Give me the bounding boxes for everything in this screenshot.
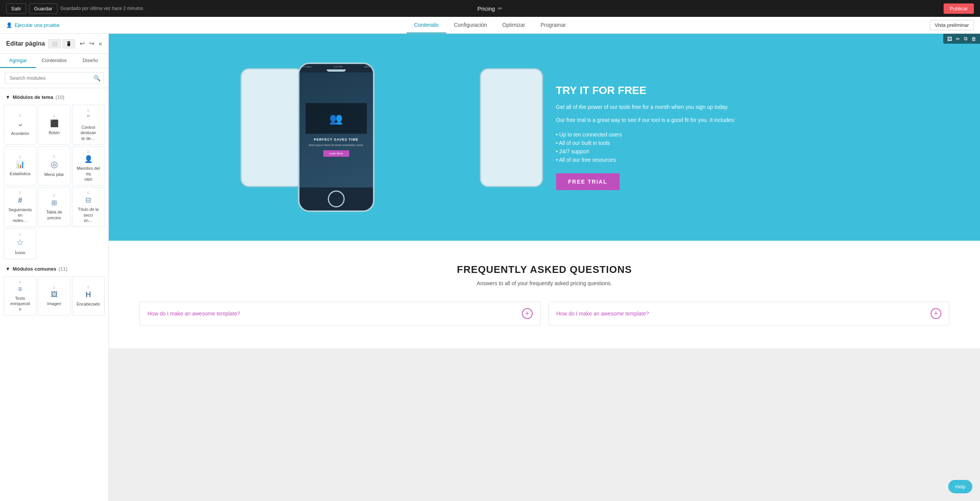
mobile-view-btn[interactable]: 📱: [62, 39, 75, 48]
module-encabezado[interactable]: ⠿ H Encabezado: [72, 276, 105, 315]
faq-title: FREQUENTLY ASKED QUESTIONS: [139, 264, 949, 276]
module-label: Estadística: [10, 171, 31, 176]
modules-area: ▼ Módulos de tema (10) ⠿ ⌄ Acordeón ⠿ ⬛ …: [0, 88, 108, 501]
page-title: Pricing: [478, 5, 495, 12]
module-label: Menú pilar: [44, 172, 64, 177]
view-toggle: ⬜ 📱: [48, 39, 75, 48]
top-bar-right: Publicar: [944, 3, 974, 14]
faq-item-2[interactable]: How do I make an awesome template? +: [548, 302, 950, 325]
faq-question-1: How do I make an awesome template?: [147, 310, 240, 317]
phone-title: PERFECT SAVES TIME: [314, 138, 358, 141]
help-button[interactable]: Help: [948, 480, 972, 493]
module-menu-pilar[interactable]: ⠿ ◎ Menú pilar: [38, 146, 70, 186]
search-button[interactable]: 🔍: [93, 75, 101, 82]
theme-modules-grid: ⠿ ⌄ Acordeón ⠿ ⬛ Botón ⠿ " Control desli…: [0, 103, 108, 263]
edit-title-icon[interactable]: ✏: [498, 5, 502, 11]
module-estadistica[interactable]: ⠿ 📊 Estadística: [4, 146, 36, 186]
module-miembro-equipo[interactable]: ⠿ 👤 Miembro del equipo: [72, 146, 105, 186]
theme-modules-count: (10): [56, 94, 64, 100]
module-label: Control deslizante de…: [74, 125, 103, 141]
phone-screen: 👥 PERFECT SAVES TIME lorem Ipsum Dolor S…: [299, 72, 373, 187]
module-label: Acordeón: [11, 131, 29, 136]
top-bar: Salir Guardar Guardado por última vez ha…: [0, 0, 980, 17]
module-label: Imagen: [47, 301, 61, 306]
tab-programar[interactable]: Programar: [533, 17, 573, 33]
exit-button[interactable]: Salir: [6, 3, 26, 14]
phone-back-left: [241, 68, 304, 187]
top-bar-left: Salir Guardar Guardado por última vez ha…: [6, 3, 143, 14]
list-item: All of our free resources: [556, 156, 950, 164]
common-modules-grid: ⠿ ≡ Texto enriquecido ⠿ 🖼 Imagen ⠿ H Enc…: [0, 275, 108, 319]
redo-button[interactable]: ↪: [88, 38, 96, 49]
sidebar-header: Editar página ⬜ 📱 ↩ ↪ «: [0, 34, 108, 54]
module-texto-enriquecido[interactable]: ⠿ ≡ Texto enriquecido: [4, 276, 36, 315]
phone-back-right: [480, 68, 543, 187]
module-acordeon[interactable]: ⠿ ⌄ Acordeón: [4, 105, 36, 145]
tab-contenido[interactable]: Contenido: [406, 17, 446, 33]
tab-agregar[interactable]: Agregar: [0, 54, 36, 68]
tab-contenidos[interactable]: Contenidos: [36, 54, 72, 68]
phone-cta-button[interactable]: Learn More: [323, 150, 349, 157]
faq-expand-1[interactable]: +: [522, 308, 533, 319]
undo-redo-controls: ↩ ↪: [78, 38, 96, 49]
module-label: Texto enriquecido: [6, 296, 34, 312]
search-input[interactable]: [5, 72, 104, 84]
nav-bar: 👤 Ejecutar una prueba Contenido Configur…: [0, 17, 980, 34]
sidebar-title: Editar página: [6, 40, 45, 47]
module-label: Tabla de precios: [40, 209, 69, 220]
undo-button[interactable]: ↩: [78, 38, 86, 49]
desktop-view-btn[interactable]: ⬜: [48, 39, 61, 48]
nav-tabs: Contenido Configuración Optimizar Progra…: [406, 17, 573, 33]
sidebar: Editar página ⬜ 📱 ↩ ↪ « Agregar Contenid…: [0, 34, 109, 501]
module-label: Título de la sección…: [74, 207, 103, 223]
phone-status-bar: •••• BELL4:21 PM100%: [299, 64, 373, 69]
section-try-free: ⊞ Columnas ▾ 🖼 ✏ ⧉ 🗑: [109, 34, 980, 241]
faq-expand-2[interactable]: +: [931, 308, 941, 319]
search-area: 🔍: [0, 68, 108, 88]
image-edit-btn[interactable]: 🖼: [946, 35, 954, 43]
module-titulo-seccion[interactable]: ⠿ ⊟ Título de la sección…: [72, 187, 105, 227]
main-layout: Editar página ⬜ 📱 ↩ ↪ « Agregar Contenid…: [0, 34, 980, 501]
sidebar-tabs: Agregar Contenidos Diseño: [0, 54, 108, 68]
module-icono[interactable]: ⠿ ☆ Ícono: [4, 228, 36, 259]
page-canvas: ⊞ Columnas ▾ 🖼 ✏ ⧉ 🗑: [109, 34, 980, 501]
section-faq: FREQUENTLY ASKED QUESTIONS Answers to al…: [109, 241, 980, 348]
run-test-label: Ejecutar una prueba: [15, 22, 59, 28]
module-control-deslizante[interactable]: ⠿ " Control deslizante de…: [72, 105, 105, 145]
faq-item-1[interactable]: How do I make an awesome template? +: [139, 302, 541, 325]
preview-button[interactable]: Vista preliminar: [930, 20, 974, 30]
module-boton[interactable]: ⠿ ⬛ Botón: [38, 105, 70, 145]
tab-diseno[interactable]: Diseño: [72, 54, 108, 68]
pencil-edit-btn[interactable]: ✏: [954, 35, 962, 43]
top-bar-center: Pricing ✏: [478, 5, 503, 12]
content-area: ⊞ Columnas ▾ 🖼 ✏ ⧉ 🗑: [109, 34, 980, 501]
faq-subtitle: Answers to all of your frequently asked …: [139, 280, 949, 286]
module-tabla-precios[interactable]: ⠿ ⊞ Tabla de precios: [38, 187, 70, 227]
module-seguimiento-redes[interactable]: ⠿ # Seguimiento enredes…: [4, 187, 36, 227]
nav-left: 👤 Ejecutar una prueba: [6, 22, 59, 28]
common-collapse-icon: ▼: [5, 266, 10, 272]
theme-modules-header[interactable]: ▼ Módulos de tema (10): [0, 91, 108, 103]
free-trial-button[interactable]: FREE TRIAL: [556, 173, 620, 190]
try-free-desc1: Get all of the power of our tools free f…: [556, 103, 950, 111]
run-test-link[interactable]: 👤 Ejecutar una prueba: [6, 22, 59, 28]
list-item: 24/7 support: [556, 147, 950, 156]
common-modules-header[interactable]: ▼ Módulos comunes (11): [0, 263, 108, 275]
section-edit-bar: 🖼 ✏ ⧉ 🗑: [943, 34, 980, 44]
module-label: Botón: [49, 130, 60, 135]
copy-edit-btn[interactable]: ⧉: [962, 35, 969, 43]
person-icon: 👤: [6, 22, 12, 28]
collapse-sidebar-button[interactable]: «: [99, 40, 102, 47]
list-item: All of our built in tools: [556, 139, 950, 147]
module-label: Encabezado: [77, 301, 100, 307]
module-label: Seguimiento enredes…: [6, 207, 34, 223]
publish-button[interactable]: Publicar: [944, 3, 974, 14]
phone-body: lorem Ipsum Dolor Sit amet consectetur u…: [309, 144, 364, 146]
module-label: Miembro del equipo: [74, 166, 103, 182]
module-label: Ícono: [15, 250, 25, 255]
tab-optimizar[interactable]: Optimizar: [495, 17, 533, 33]
module-imagen[interactable]: ⠿ 🖼 Imagen: [38, 276, 70, 315]
delete-edit-btn[interactable]: 🗑: [970, 35, 978, 43]
tab-configuracion[interactable]: Configuración: [446, 17, 494, 33]
save-button[interactable]: Guardar: [29, 3, 57, 14]
